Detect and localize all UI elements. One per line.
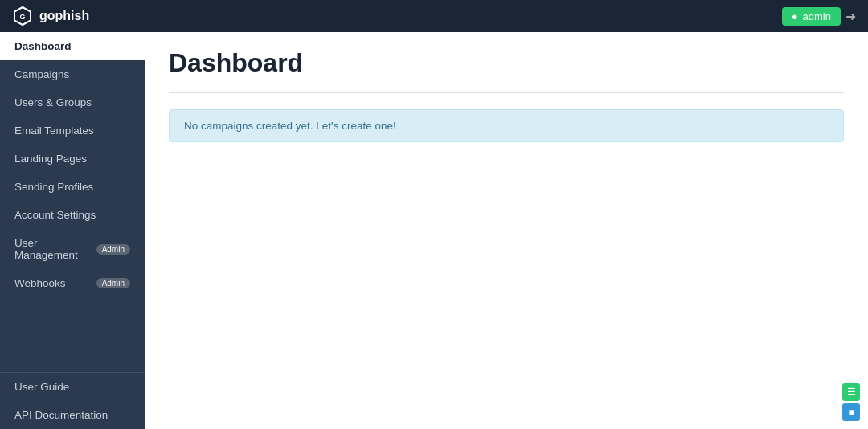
admin-button[interactable]: ● admin — [782, 7, 841, 26]
gophish-logo-icon: G — [12, 6, 33, 27]
page-title: Dashboard — [169, 48, 844, 78]
navbar-brand: G gophish — [12, 6, 89, 27]
no-campaigns-alert: No campaigns created yet. Let's create o… — [169, 109, 844, 142]
brand-name: gophish — [39, 9, 89, 23]
navbar: G gophish ● admin ➜ — [0, 0, 868, 32]
sidebar-item-label-campaigns: Campaigns — [14, 68, 69, 80]
sidebar-item-api-documentation[interactable]: API Documentation — [0, 401, 145, 429]
logout-icon: ➜ — [845, 9, 856, 24]
sidebar-main-items: DashboardCampaignsUsers & GroupsEmail Te… — [0, 32, 145, 297]
sidebar-item-label-account-settings: Account Settings — [14, 209, 96, 221]
sidebar-item-user-guide[interactable]: User Guide — [0, 373, 145, 401]
fab-container: ☰ ■ — [842, 383, 860, 421]
divider — [169, 92, 844, 93]
sidebar: DashboardCampaignsUsers & GroupsEmail Te… — [0, 32, 145, 429]
sidebar-badge-webhooks: Admin — [96, 278, 130, 288]
sidebar-item-dashboard[interactable]: Dashboard — [0, 32, 145, 60]
sidebar-item-label-landing-pages: Landing Pages — [14, 153, 87, 165]
fab-button-1[interactable]: ☰ — [842, 383, 860, 401]
sidebar-item-label-webhooks: Webhooks — [14, 277, 66, 289]
logout-button[interactable]: ➜ — [845, 9, 856, 24]
admin-label: admin — [803, 10, 831, 22]
sidebar-item-landing-pages[interactable]: Landing Pages — [0, 145, 145, 173]
sidebar-item-label-user-guide: User Guide — [14, 381, 69, 393]
layout: DashboardCampaignsUsers & GroupsEmail Te… — [0, 32, 868, 429]
sidebar-item-campaigns[interactable]: Campaigns — [0, 60, 145, 88]
sidebar-item-label-api-documentation: API Documentation — [14, 409, 108, 421]
sidebar-item-label-sending-profiles: Sending Profiles — [14, 181, 93, 193]
sidebar-item-label-users-groups: Users & Groups — [14, 96, 92, 108]
sidebar-item-label-user-management: User Management — [14, 237, 92, 261]
sidebar-bottom-items: User GuideAPI Documentation — [0, 372, 145, 429]
fab-button-2[interactable]: ■ — [842, 403, 860, 421]
sidebar-spacer — [0, 297, 145, 372]
sidebar-badge-user-management: Admin — [96, 244, 130, 255]
sidebar-item-label-email-templates: Email Templates — [14, 125, 94, 137]
sidebar-item-user-management[interactable]: User ManagementAdmin — [0, 229, 145, 269]
sidebar-item-sending-profiles[interactable]: Sending Profiles — [0, 173, 145, 201]
no-campaigns-message: No campaigns created yet. Let's create o… — [184, 120, 396, 132]
sidebar-item-account-settings[interactable]: Account Settings — [0, 201, 145, 229]
main-content: Dashboard No campaigns created yet. Let'… — [145, 32, 868, 429]
sidebar-item-users-groups[interactable]: Users & Groups — [0, 88, 145, 116]
sidebar-item-label-dashboard: Dashboard — [14, 40, 72, 52]
sidebar-item-webhooks[interactable]: WebhooksAdmin — [0, 269, 145, 297]
svg-text:G: G — [19, 13, 25, 21]
user-icon: ● — [792, 10, 798, 22]
sidebar-item-email-templates[interactable]: Email Templates — [0, 116, 145, 145]
navbar-right: ● admin ➜ — [782, 7, 856, 26]
